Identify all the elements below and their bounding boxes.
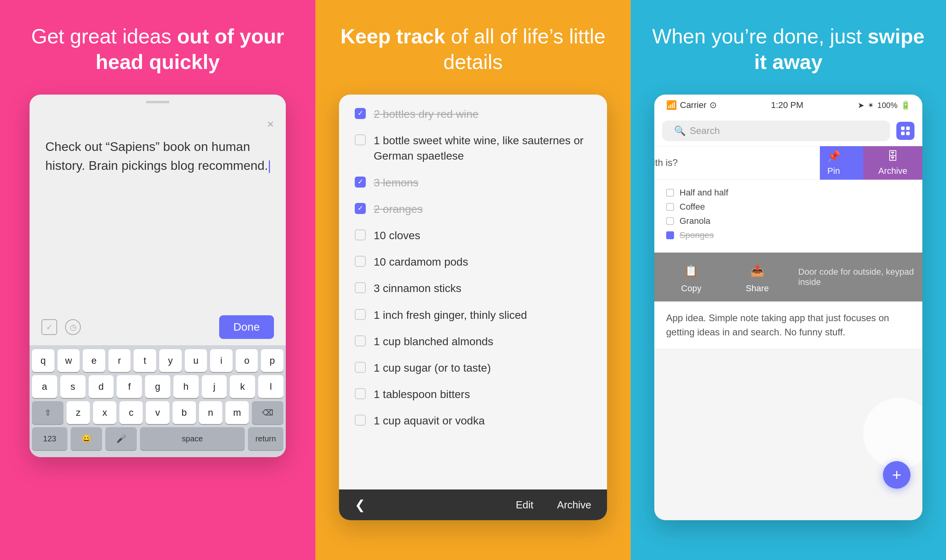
reminder-icon[interactable]: ◷ <box>65 319 81 335</box>
svg-rect-2 <box>901 132 905 135</box>
checkbox-5[interactable] <box>355 229 366 240</box>
key-k[interactable]: k <box>230 375 255 398</box>
key-r[interactable]: r <box>108 349 131 372</box>
mini-checkbox-1[interactable] <box>666 189 674 197</box>
phone-mockup-2: ✓ 2 bottles dry red wine 1 bottle sweet … <box>339 95 607 520</box>
panel-orange: Keep track of all of life’s little detai… <box>315 0 631 560</box>
key-space[interactable]: space <box>140 427 245 450</box>
list-item: 1 cup sugar (or to taste) <box>355 360 591 376</box>
keyboard-row-2: a s d f g h j k l <box>32 375 283 398</box>
note-text: Check out “Sapiens” book on human histor… <box>45 137 270 175</box>
checkbox-6[interactable] <box>355 256 366 267</box>
key-return[interactable]: return <box>248 427 283 450</box>
key-v[interactable]: v <box>146 401 169 424</box>
search-bar: 🔍 Search <box>654 116 922 146</box>
key-b[interactable]: b <box>173 401 196 424</box>
carrier-label: Carrier <box>680 100 706 110</box>
search-input[interactable]: 🔍 Search <box>662 121 890 141</box>
add-note-button[interactable]: + <box>883 461 911 489</box>
grid-view-button[interactable] <box>896 122 914 140</box>
key-z[interactable]: z <box>67 401 90 424</box>
bluetooth-icon: ✴ <box>868 100 874 110</box>
battery-icon: 🔋 <box>901 100 911 110</box>
panel-pink: Get great ideas out of your head quickly… <box>0 0 315 560</box>
circle-overlay-bottom <box>863 398 922 469</box>
share-action[interactable]: 📤 Share <box>728 260 787 294</box>
close-button[interactable]: × <box>267 117 274 131</box>
key-delete[interactable]: ⌫ <box>252 401 283 424</box>
checklist-area: ✓ 2 bottles dry red wine 1 bottle sweet … <box>339 95 607 489</box>
checkbox-7[interactable] <box>355 282 366 293</box>
mini-checkbox-4[interactable] <box>666 231 674 239</box>
list-item: 1 bottle sweet white wine, like sauterne… <box>355 133 591 164</box>
key-mic[interactable]: 🎤 <box>105 427 137 450</box>
key-a[interactable]: a <box>32 375 57 398</box>
key-x[interactable]: x <box>93 401 116 424</box>
status-bar: 📶 Carrier ⊙ 1:20 PM ➤ ✴ 100% 🔋 <box>654 95 922 116</box>
copy-action[interactable]: 📋 Copy <box>662 260 721 294</box>
note-card-swiped[interactable]: floors of a let floors with is? <box>654 146 820 180</box>
checkbox-10[interactable] <box>355 362 366 373</box>
phone-toolbar: ✓ ◷ Done <box>30 309 286 345</box>
key-g[interactable]: g <box>145 375 170 398</box>
key-shift[interactable]: ⇧ <box>32 401 63 424</box>
list-item: Half and half <box>666 188 911 198</box>
done-button[interactable]: Done <box>219 315 274 339</box>
back-button[interactable]: ❮ <box>355 497 365 512</box>
key-t[interactable]: t <box>134 349 156 372</box>
key-p[interactable]: p <box>261 349 283 372</box>
checkbox-2[interactable] <box>355 134 366 145</box>
key-c[interactable]: c <box>119 401 143 424</box>
archive-button[interactable]: Archive <box>557 499 591 511</box>
status-left: 📶 Carrier ⊙ <box>666 100 717 110</box>
note-content-area: × Check out “Sapiens” book on human hist… <box>30 110 286 309</box>
mini-checkbox-3[interactable] <box>666 217 674 225</box>
search-placeholder: Search <box>690 125 720 136</box>
key-w[interactable]: w <box>58 349 80 372</box>
key-j[interactable]: j <box>202 375 227 398</box>
mini-checkbox-2[interactable] <box>666 203 674 211</box>
key-n[interactable]: n <box>199 401 222 424</box>
checkbox-8[interactable] <box>355 309 366 320</box>
checklist-icon[interactable]: ✓ <box>41 319 57 335</box>
list-item: 10 cloves <box>355 228 591 243</box>
list-item: 3 cinnamon sticks <box>355 281 591 296</box>
svg-rect-1 <box>906 127 910 130</box>
archive-action[interactable]: 🗄 Archive <box>863 146 922 180</box>
list-item: 1 cup blanched almonds <box>355 334 591 349</box>
key-e[interactable]: e <box>83 349 105 372</box>
key-s[interactable]: s <box>60 375 86 398</box>
search-icon: 🔍 <box>674 125 686 136</box>
share-icon: 📤 <box>747 260 767 280</box>
key-h[interactable]: h <box>173 375 199 398</box>
key-i[interactable]: i <box>210 349 233 372</box>
battery-label: 100% <box>877 101 898 110</box>
archive-icon: 🗄 <box>887 150 898 163</box>
list-item: ✓ 3 lemons <box>355 175 591 190</box>
checkbox-12[interactable] <box>355 415 366 426</box>
list-item: ✓ 2 bottles dry red wine <box>355 106 591 122</box>
checkbox-4[interactable]: ✓ <box>355 203 366 214</box>
app-idea-note[interactable]: App idea. Simple note taking app that ju… <box>654 301 922 349</box>
key-q[interactable]: q <box>32 349 54 372</box>
key-emoji[interactable]: 😀 <box>71 427 102 450</box>
list-item: 1 cup aquavit or vodka <box>355 413 591 428</box>
checkbox-1[interactable]: ✓ <box>355 108 366 119</box>
text-cursor <box>269 160 270 173</box>
key-o[interactable]: o <box>236 349 258 372</box>
swipe-container: 📌 Pin 🗄 Archive floors of a let floors w… <box>654 146 922 180</box>
keyboard: q w e r t y u i o p a s d f g h j k <box>30 345 286 457</box>
key-f[interactable]: f <box>117 375 142 398</box>
edit-button[interactable]: Edit <box>516 499 533 511</box>
checkbox-3[interactable]: ✓ <box>355 177 366 188</box>
key-123[interactable]: 123 <box>32 427 67 450</box>
checklist-note-card[interactable]: Half and half Coffee Granola Sponges <box>654 180 922 253</box>
checkbox-9[interactable] <box>355 335 366 346</box>
key-y[interactable]: y <box>159 349 182 372</box>
key-m[interactable]: m <box>225 401 249 424</box>
svg-rect-0 <box>901 127 905 130</box>
key-l[interactable]: l <box>258 375 283 398</box>
key-u[interactable]: u <box>185 349 207 372</box>
checkbox-11[interactable] <box>355 388 366 399</box>
key-d[interactable]: d <box>89 375 114 398</box>
